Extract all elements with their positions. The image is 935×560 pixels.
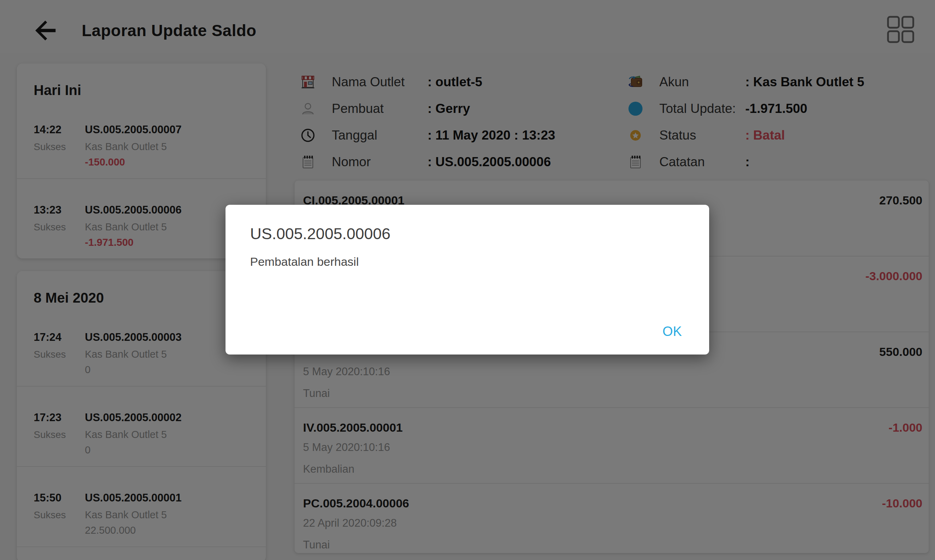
dialog-message: Pembatalan berhasil [250,255,684,269]
confirmation-dialog: US.005.2005.00006 Pembatalan berhasil OK [226,205,709,354]
ok-button[interactable]: OK [663,324,682,339]
dialog-title: US.005.2005.00006 [250,225,684,243]
